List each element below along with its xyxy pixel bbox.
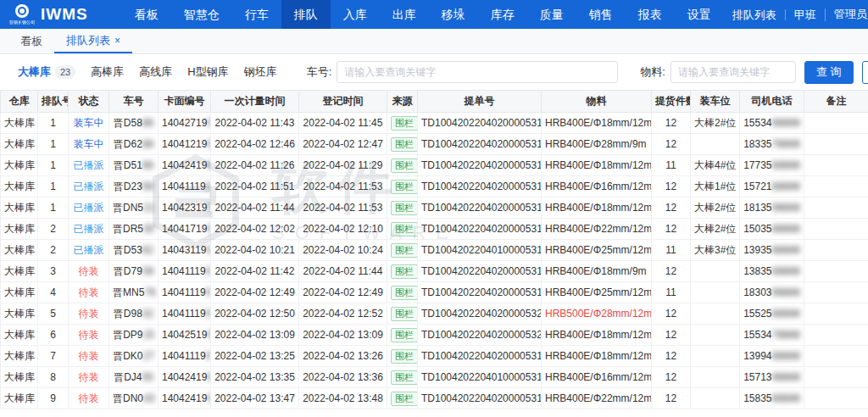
tab-看板[interactable]: 看板	[8, 29, 54, 53]
driver-phone-cell: 1393588888	[740, 240, 804, 261]
table-row[interactable]: 大棒库2已播派晋D53621404311992022-04-02 10:2120…	[1, 240, 868, 261]
order-no-cell-visible: TD10042022040200005318	[421, 350, 542, 362]
driver-phone-cell: 1830398888	[740, 282, 804, 303]
plate-cell-visible: 晋D23	[114, 181, 142, 192]
status-badge: 待装	[79, 308, 99, 320]
card-no-cell: 140424199	[159, 155, 211, 176]
material-cell: HRB400E/Φ16mm/12m	[542, 367, 652, 388]
topbar-user-menu[interactable]: 管理员▾	[825, 8, 868, 21]
material-text: HRB400E/Φ18mm/12m	[545, 159, 652, 171]
redacted-text: 86	[142, 117, 153, 129]
queue-no-cell: 7	[38, 346, 69, 367]
table-row[interactable]: 大棒库1已播派晋D23581404111992022-04-02 11:5120…	[1, 176, 868, 197]
nav-item-设置[interactable]: 设置	[675, 0, 724, 29]
table-row[interactable]: 大棒库1已播派晋DN5211404231992022-04-02 11:4420…	[1, 197, 868, 219]
nav-item-出库[interactable]: 出库	[380, 0, 429, 29]
nav-item-质量[interactable]: 质量	[527, 0, 576, 29]
source-cell: 围栏	[387, 197, 418, 219]
warehouse-tab-高线库[interactable]: 高线库	[131, 61, 180, 83]
search-button[interactable]: 查 询	[804, 61, 854, 84]
warehouse-tab-高棒库[interactable]: 高棒库	[83, 61, 131, 83]
nav-item-移垛[interactable]: 移垛	[429, 0, 478, 29]
card-no-cell-visible: 14041719	[162, 223, 207, 235]
source-badge: 围栏	[391, 180, 418, 194]
plate-cell: 晋D5362	[109, 240, 159, 261]
qty-cell: 12	[652, 261, 691, 282]
warehouse-tab-大棒库[interactable]: 大棒库23	[10, 61, 83, 83]
warehouse-tab-钢坯库[interactable]: 钢坯库	[236, 61, 285, 83]
table-row[interactable]: 大棒库7待装晋DK0271404111992022-04-02 13:25202…	[1, 346, 868, 367]
redacted-text: 9	[207, 371, 210, 383]
nav-item-行车[interactable]: 行车	[232, 0, 281, 29]
plate-cell-visible: 晋DN0	[113, 392, 143, 404]
source-cell: 围栏	[387, 219, 418, 240]
table-row[interactable]: 大棒库1装车中晋D58861404271992022-04-02 11:4320…	[1, 113, 868, 134]
qty-cell: 12	[652, 219, 691, 240]
order-no-cell-visible: TD10042022040200005319	[421, 159, 542, 171]
table-row[interactable]: 大棒库1已播派晋D51661404241992022-04-02 11:2620…	[1, 155, 868, 176]
material-text: HRB400E/Φ18mm/12m	[545, 329, 652, 341]
weigh-time-cell: 2022-04-02 13:25	[211, 346, 299, 367]
vehicle-filter-input[interactable]	[337, 61, 618, 83]
plate-cell: 晋DP915	[109, 325, 159, 346]
table-row[interactable]: 大棒库8待装晋DJ4551404241992022-04-02 13:35202…	[1, 367, 868, 388]
table-row[interactable]: 大棒库1装车中晋D62881404121992022-04-02 12:4620…	[1, 134, 868, 155]
tab-排队列表[interactable]: 排队列表×	[54, 29, 132, 53]
tab-label: 排队列表	[66, 28, 110, 53]
card-no-cell: 140411199	[159, 282, 211, 303]
warehouse-cell: 大棒库	[1, 325, 38, 346]
weigh-time-cell: 2022-04-02 11:42	[211, 261, 299, 282]
material-cell: HRB400E/Φ18mm/12m	[542, 113, 652, 134]
register-time-cell: 2022-04-02 12:52	[299, 303, 387, 325]
topbar-shift-label[interactable]: 甲班	[785, 9, 825, 20]
open-tabs-strip: 看板排队列表×	[0, 29, 868, 54]
status-badge: 已播派	[74, 223, 104, 235]
source-badge: 围栏	[391, 328, 418, 342]
bay-cell	[691, 367, 740, 388]
queue-no-cell: 6	[38, 325, 69, 346]
queue-no-cell: 5	[38, 303, 69, 325]
remark-cell	[804, 155, 868, 176]
table-row[interactable]: 大棒库5待装晋D98321404111992022-04-02 12:50202…	[1, 303, 868, 325]
nav-item-看板[interactable]: 看板	[122, 0, 171, 29]
weigh-time-cell: 2022-04-02 10:21	[211, 240, 299, 261]
nav-item-库存[interactable]: 库存	[478, 0, 527, 29]
nav-item-入库[interactable]: 入库	[331, 0, 380, 29]
redacted-text: 88888	[772, 392, 800, 404]
warehouse-tab-H型钢库[interactable]: H型钢库	[180, 61, 236, 83]
nav-item-排队[interactable]: 排队	[281, 0, 331, 29]
weigh-time-cell: 2022-04-02 11:26	[211, 155, 299, 176]
material-text: HRB400E/Φ28mm/9m	[545, 138, 647, 150]
material-filter-input[interactable]	[670, 61, 796, 83]
redacted-text: 9	[207, 392, 210, 404]
table-row[interactable]: 大棒库4待装晋MN5761404111992022-04-02 12:49202…	[1, 282, 868, 303]
weigh-time-cell: 2022-04-02 13:35	[211, 367, 299, 388]
weigh-time-cell: 2022-04-02 11:44	[211, 197, 299, 219]
source-badge: 围栏	[391, 349, 418, 364]
table-row[interactable]: 大棒库3待装晋D79081404111992022-04-02 11:42202…	[1, 261, 868, 282]
nav-item-报表[interactable]: 报表	[626, 0, 675, 29]
refresh-button[interactable]: 刷 新	[862, 61, 868, 84]
nav-item-销售[interactable]: 销售	[576, 0, 626, 29]
table-row[interactable]: 大棒库2已播派晋DR5301404171992022-04-02 12:0220…	[1, 219, 868, 240]
source-badge: 围栏	[391, 243, 418, 258]
driver-phone-cell-visible: 15035	[743, 223, 771, 235]
source-cell: 围栏	[387, 303, 418, 325]
order-no-cell-visible: TD10042022040200005319	[421, 265, 542, 277]
plate-cell-visible: 晋DN5	[113, 202, 143, 214]
topbar-page-link[interactable]: 排队列表	[724, 9, 785, 20]
nav-item-智慧仓[interactable]: 智慧仓	[171, 0, 232, 29]
table-row[interactable]: 大棒库6待装晋DP9151404251992022-04-02 13:09202…	[1, 325, 868, 346]
redacted-text: 88888	[772, 244, 800, 256]
order-no-cell-visible: TD10042022040200005319	[421, 392, 542, 404]
queue-table: 仓库排队号状态车号卡面编号一次计量时间登记时间来源提单号物料提货件数装车位司机电…	[0, 90, 868, 409]
card-no-cell: 140423199	[159, 197, 211, 219]
table-row[interactable]: 大棒库9待装晋DN0431404241992022-04-02 13:47202…	[1, 388, 868, 409]
driver-phone-cell: 1583588888	[740, 388, 804, 409]
column-header-卡面编号: 卡面编号	[159, 91, 211, 113]
warehouse-tab-label: 大棒库	[18, 64, 51, 80]
qty-cell: 12	[652, 367, 691, 388]
close-icon[interactable]: ×	[114, 36, 120, 46]
redacted-text: 08	[142, 265, 153, 277]
material-text: HRB400E/Φ22mm/12m	[545, 223, 652, 235]
